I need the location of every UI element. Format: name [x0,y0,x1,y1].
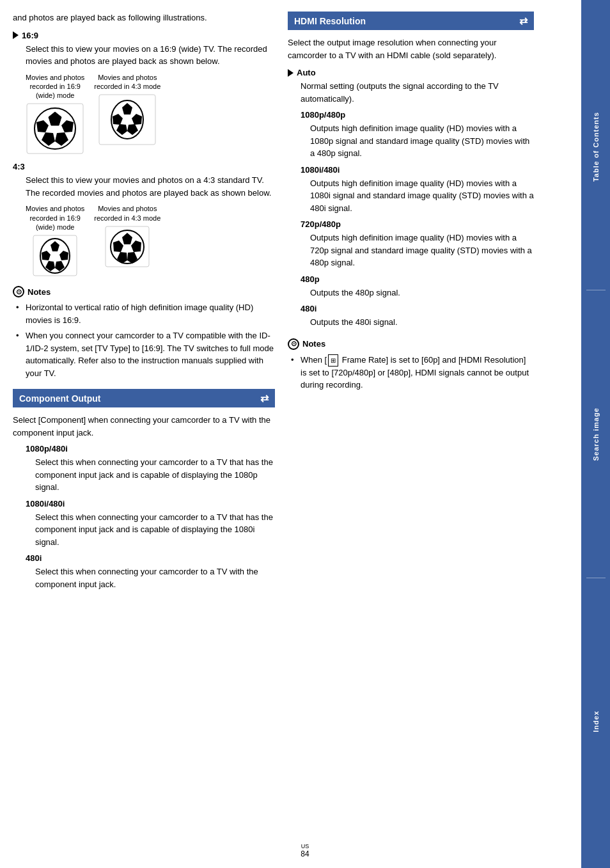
left-column: and photos are played back as following … [13,12,281,849]
component-1080i-text: Select this when connecting your camcord… [13,511,275,549]
sidebar-search-section[interactable]: Search image [592,294,600,574]
image-group-43-2: Movies and photos recorded in 4:3 mode [94,204,160,276]
sidebar-divider-2 [586,578,606,578]
notes-item-2: When you connect your camcorder to a TV … [16,329,275,379]
sidebar-search-label: Search image [592,407,600,461]
soccer-ball-43-2 [105,226,150,267]
image-group-169-1: Movies and photos recorded in 16:9 (wide… [26,73,84,155]
section-169-text: Select this to view your movies on a 16:… [13,43,275,68]
soccer-ball-169-2 [98,94,156,145]
us-label: US [301,843,309,849]
section-169-images: Movies and photos recorded in 16:9 (wide… [13,73,275,155]
component-1080p-heading: 1080p/480i [13,444,275,454]
page-num-value: 84 [301,849,309,858]
image-group-169-2: Movies and photos recorded in 4:3 mode [94,73,160,155]
sidebar-index-section[interactable]: Index [592,581,600,862]
hdmi-1080i480i-text: Outputs high definition image quality (H… [288,177,534,215]
section-43-label: 4:3 [13,162,25,171]
right-column: HDMI Resolution ⇄ Select the output imag… [281,12,534,849]
notes-section-left: ⊙ Notes Horizontal to vertical ratio of … [13,286,275,379]
component-intro: Select [Component] when connecting your … [13,414,275,439]
component-1080p-text: Select this when connecting your camcord… [13,456,275,494]
notes-list-right: When [⊞ Frame Rate] is set to [60p] and … [288,354,534,391]
hdmi-480i-heading: 480i [288,304,534,313]
caption-43-2: Movies and photos recorded in 4:3 mode [94,204,160,223]
hdmi-720p480p-heading: 720p/480p [288,219,534,229]
page-number: US 84 [301,843,309,858]
caption-169-2: Movies and photos recorded in 4:3 mode [94,73,160,91]
notes-section-right: ⊙ Notes When [⊞ Frame Rate] is set to [6… [288,338,534,391]
component-arrows-icon: ⇄ [260,392,269,404]
hdmi-auto-label: Auto [297,68,316,77]
hdmi-1080p480p-heading: 1080p/480p [288,110,534,120]
soccer-ball-169-1 [26,103,84,154]
notes-item-1: Horizontal to vertical ratio of high def… [16,301,275,326]
notes-right-item-1: When [⊞ Frame Rate] is set to [60p] and … [291,354,534,391]
hdmi-1080p480p-text: Outputs high definition image quality (H… [288,122,534,160]
hdmi-480p-heading: 480p [288,274,534,284]
component-output-title: Component Output [19,393,101,404]
hdmi-auto-heading: Auto [288,68,534,77]
intro-text: and photos are played back as following … [13,12,275,24]
notes-header-right: ⊙ Notes [288,338,534,350]
component-1080i-heading: 1080i/480i [13,499,275,509]
sidebar-index-label: Index [592,711,600,732]
component-480i-heading: 480i [13,553,275,563]
bullet-triangle-icon [13,31,19,39]
notes-list-left: Horizontal to vertical ratio of high def… [13,301,275,379]
hdmi-720p480p-text: Outputs high definition image quality (H… [288,232,534,269]
sidebar-toc-section[interactable]: Table of Contents [592,6,600,287]
notes-header-left: ⊙ Notes [13,286,275,297]
sidebar: Table of Contents Search image Index [581,0,610,868]
component-480i-text: Select this when connecting your camcord… [13,565,275,590]
hdmi-1080i480i-heading: 1080i/480i [288,165,534,175]
notes-icon-right: ⊙ [288,338,299,350]
hdmi-resolution-header: HDMI Resolution ⇄ [288,12,534,30]
sidebar-toc-label: Table of Contents [592,112,600,182]
component-output-header: Component Output ⇄ [13,389,275,407]
caption-169-1: Movies and photos recorded in 16:9 (wide… [26,73,84,100]
caption-43-1: Movies and photos recorded in 16:9 (wide… [26,204,84,232]
section-169-heading: 16:9 [13,31,275,40]
section-43-text: Select this to view your movies and phot… [13,174,275,199]
sidebar-divider-1 [586,290,606,290]
hdmi-480i-text: Outputs the 480i signal. [288,316,534,329]
hdmi-auto-text: Normal setting (outputs the signal accor… [288,80,534,105]
image-group-43-1: Movies and photos recorded in 16:9 (wide… [26,204,84,276]
hdmi-arrows-icon: ⇄ [519,15,528,27]
notes-icon-left: ⊙ [13,286,24,297]
soccer-ball-43-1 [33,235,77,276]
notes-label-right: Notes [302,339,325,349]
bullet-triangle-auto-icon [288,69,293,77]
section-169-label: 16:9 [22,31,38,40]
section-43-heading: 4:3 [13,162,275,171]
section-43-images: Movies and photos recorded in 16:9 (wide… [13,204,275,276]
hdmi-480p-text: Outputs the 480p signal. [288,287,534,299]
hdmi-intro: Select the output image resolution when … [288,36,534,61]
notes-label-left: Notes [27,287,51,297]
frame-rate-icon: ⊞ [328,354,338,367]
hdmi-resolution-title: HDMI Resolution [294,16,366,26]
